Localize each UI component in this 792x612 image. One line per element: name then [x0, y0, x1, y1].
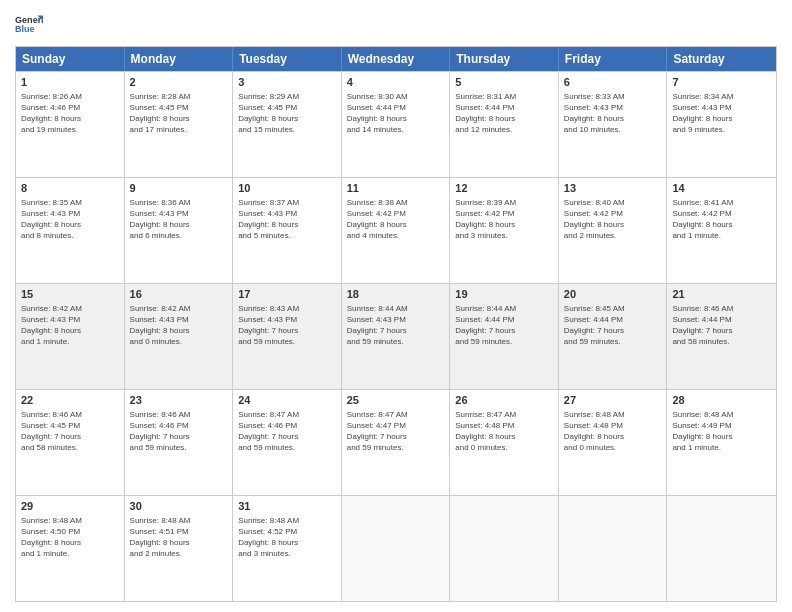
day-number: 6 — [564, 75, 662, 90]
table-row: 25Sunrise: 8:47 AM Sunset: 4:47 PM Dayli… — [342, 390, 451, 495]
day-info: Sunrise: 8:26 AM Sunset: 4:46 PM Dayligh… — [21, 91, 119, 136]
day-number: 31 — [238, 499, 336, 514]
day-info: Sunrise: 8:44 AM Sunset: 4:44 PM Dayligh… — [455, 303, 553, 348]
calendar-week-5: 29Sunrise: 8:48 AM Sunset: 4:50 PM Dayli… — [16, 495, 776, 601]
table-row: 21Sunrise: 8:46 AM Sunset: 4:44 PM Dayli… — [667, 284, 776, 389]
table-row: 4Sunrise: 8:30 AM Sunset: 4:44 PM Daylig… — [342, 72, 451, 177]
day-number: 26 — [455, 393, 553, 408]
table-row: 9Sunrise: 8:36 AM Sunset: 4:43 PM Daylig… — [125, 178, 234, 283]
day-info: Sunrise: 8:47 AM Sunset: 4:48 PM Dayligh… — [455, 409, 553, 454]
day-info: Sunrise: 8:34 AM Sunset: 4:43 PM Dayligh… — [672, 91, 771, 136]
calendar-body: 1Sunrise: 8:26 AM Sunset: 4:46 PM Daylig… — [16, 71, 776, 601]
day-number: 9 — [130, 181, 228, 196]
day-number: 11 — [347, 181, 445, 196]
day-info: Sunrise: 8:47 AM Sunset: 4:46 PM Dayligh… — [238, 409, 336, 454]
day-info: Sunrise: 8:33 AM Sunset: 4:43 PM Dayligh… — [564, 91, 662, 136]
table-row: 17Sunrise: 8:43 AM Sunset: 4:43 PM Dayli… — [233, 284, 342, 389]
table-row: 23Sunrise: 8:46 AM Sunset: 4:46 PM Dayli… — [125, 390, 234, 495]
day-number: 30 — [130, 499, 228, 514]
day-info: Sunrise: 8:46 AM Sunset: 4:45 PM Dayligh… — [21, 409, 119, 454]
day-number: 21 — [672, 287, 771, 302]
svg-text:Blue: Blue — [15, 24, 35, 34]
table-row: 15Sunrise: 8:42 AM Sunset: 4:43 PM Dayli… — [16, 284, 125, 389]
day-info: Sunrise: 8:30 AM Sunset: 4:44 PM Dayligh… — [347, 91, 445, 136]
table-row: 2Sunrise: 8:28 AM Sunset: 4:45 PM Daylig… — [125, 72, 234, 177]
table-row: 29Sunrise: 8:48 AM Sunset: 4:50 PM Dayli… — [16, 496, 125, 601]
table-row: 27Sunrise: 8:48 AM Sunset: 4:48 PM Dayli… — [559, 390, 668, 495]
day-info: Sunrise: 8:47 AM Sunset: 4:47 PM Dayligh… — [347, 409, 445, 454]
day-number: 2 — [130, 75, 228, 90]
day-info: Sunrise: 8:42 AM Sunset: 4:43 PM Dayligh… — [130, 303, 228, 348]
day-header-wednesday: Wednesday — [342, 47, 451, 71]
table-row: 7Sunrise: 8:34 AM Sunset: 4:43 PM Daylig… — [667, 72, 776, 177]
day-number: 8 — [21, 181, 119, 196]
day-number: 12 — [455, 181, 553, 196]
day-number: 3 — [238, 75, 336, 90]
day-info: Sunrise: 8:48 AM Sunset: 4:49 PM Dayligh… — [672, 409, 771, 454]
day-number: 1 — [21, 75, 119, 90]
day-number: 18 — [347, 287, 445, 302]
table-row: 6Sunrise: 8:33 AM Sunset: 4:43 PM Daylig… — [559, 72, 668, 177]
table-row — [667, 496, 776, 601]
table-row: 1Sunrise: 8:26 AM Sunset: 4:46 PM Daylig… — [16, 72, 125, 177]
day-number: 19 — [455, 287, 553, 302]
day-info: Sunrise: 8:43 AM Sunset: 4:43 PM Dayligh… — [238, 303, 336, 348]
day-number: 29 — [21, 499, 119, 514]
table-row: 28Sunrise: 8:48 AM Sunset: 4:49 PM Dayli… — [667, 390, 776, 495]
day-number: 24 — [238, 393, 336, 408]
table-row: 14Sunrise: 8:41 AM Sunset: 4:42 PM Dayli… — [667, 178, 776, 283]
day-header-sunday: Sunday — [16, 47, 125, 71]
table-row: 30Sunrise: 8:48 AM Sunset: 4:51 PM Dayli… — [125, 496, 234, 601]
day-number: 23 — [130, 393, 228, 408]
day-info: Sunrise: 8:31 AM Sunset: 4:44 PM Dayligh… — [455, 91, 553, 136]
table-row: 12Sunrise: 8:39 AM Sunset: 4:42 PM Dayli… — [450, 178, 559, 283]
day-number: 10 — [238, 181, 336, 196]
day-info: Sunrise: 8:36 AM Sunset: 4:43 PM Dayligh… — [130, 197, 228, 242]
table-row: 22Sunrise: 8:46 AM Sunset: 4:45 PM Dayli… — [16, 390, 125, 495]
day-info: Sunrise: 8:35 AM Sunset: 4:43 PM Dayligh… — [21, 197, 119, 242]
page: General Blue SundayMondayTuesdayWednesda… — [0, 0, 792, 612]
day-info: Sunrise: 8:37 AM Sunset: 4:43 PM Dayligh… — [238, 197, 336, 242]
day-info: Sunrise: 8:42 AM Sunset: 4:43 PM Dayligh… — [21, 303, 119, 348]
day-info: Sunrise: 8:46 AM Sunset: 4:44 PM Dayligh… — [672, 303, 771, 348]
table-row: 26Sunrise: 8:47 AM Sunset: 4:48 PM Dayli… — [450, 390, 559, 495]
day-info: Sunrise: 8:48 AM Sunset: 4:50 PM Dayligh… — [21, 515, 119, 560]
calendar-week-4: 22Sunrise: 8:46 AM Sunset: 4:45 PM Dayli… — [16, 389, 776, 495]
calendar-header: SundayMondayTuesdayWednesdayThursdayFrid… — [16, 47, 776, 71]
day-number: 16 — [130, 287, 228, 302]
day-header-thursday: Thursday — [450, 47, 559, 71]
table-row: 31Sunrise: 8:48 AM Sunset: 4:52 PM Dayli… — [233, 496, 342, 601]
day-number: 7 — [672, 75, 771, 90]
day-header-saturday: Saturday — [667, 47, 776, 71]
day-info: Sunrise: 8:39 AM Sunset: 4:42 PM Dayligh… — [455, 197, 553, 242]
day-info: Sunrise: 8:44 AM Sunset: 4:43 PM Dayligh… — [347, 303, 445, 348]
header: General Blue — [15, 10, 777, 38]
table-row — [342, 496, 451, 601]
day-number: 15 — [21, 287, 119, 302]
table-row: 19Sunrise: 8:44 AM Sunset: 4:44 PM Dayli… — [450, 284, 559, 389]
day-info: Sunrise: 8:48 AM Sunset: 4:52 PM Dayligh… — [238, 515, 336, 560]
day-info: Sunrise: 8:45 AM Sunset: 4:44 PM Dayligh… — [564, 303, 662, 348]
day-header-tuesday: Tuesday — [233, 47, 342, 71]
day-number: 5 — [455, 75, 553, 90]
day-info: Sunrise: 8:40 AM Sunset: 4:42 PM Dayligh… — [564, 197, 662, 242]
table-row: 3Sunrise: 8:29 AM Sunset: 4:45 PM Daylig… — [233, 72, 342, 177]
table-row: 10Sunrise: 8:37 AM Sunset: 4:43 PM Dayli… — [233, 178, 342, 283]
logo: General Blue — [15, 10, 23, 38]
day-info: Sunrise: 8:48 AM Sunset: 4:51 PM Dayligh… — [130, 515, 228, 560]
day-info: Sunrise: 8:38 AM Sunset: 4:42 PM Dayligh… — [347, 197, 445, 242]
day-number: 14 — [672, 181, 771, 196]
day-info: Sunrise: 8:48 AM Sunset: 4:48 PM Dayligh… — [564, 409, 662, 454]
table-row: 16Sunrise: 8:42 AM Sunset: 4:43 PM Dayli… — [125, 284, 234, 389]
day-number: 25 — [347, 393, 445, 408]
day-number: 28 — [672, 393, 771, 408]
calendar: SundayMondayTuesdayWednesdayThursdayFrid… — [15, 46, 777, 602]
day-number: 13 — [564, 181, 662, 196]
table-row: 24Sunrise: 8:47 AM Sunset: 4:46 PM Dayli… — [233, 390, 342, 495]
day-number: 22 — [21, 393, 119, 408]
day-number: 4 — [347, 75, 445, 90]
day-number: 27 — [564, 393, 662, 408]
day-number: 17 — [238, 287, 336, 302]
day-number: 20 — [564, 287, 662, 302]
calendar-week-1: 1Sunrise: 8:26 AM Sunset: 4:46 PM Daylig… — [16, 71, 776, 177]
